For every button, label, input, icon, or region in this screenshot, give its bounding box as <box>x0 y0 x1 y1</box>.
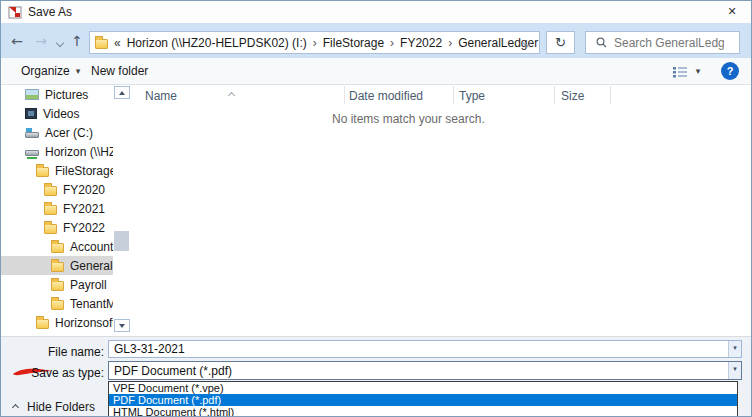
tree-item-acer-c[interactable]: Acer (C:) <box>1 123 113 142</box>
search-box[interactable] <box>585 31 740 54</box>
title-bar: Save As ✕ <box>1 1 751 23</box>
tree-scrollbar-thumb[interactable] <box>114 231 129 251</box>
file-name-box: ▾ <box>108 340 742 358</box>
tree-item-horizon[interactable]: Horizon (\\HZ20 <box>1 142 113 161</box>
help-button[interactable]: ? <box>721 62 739 80</box>
recent-locations-chevron-icon[interactable] <box>53 30 67 52</box>
hide-folders-label: Hide Folders <box>27 400 95 414</box>
tree-item-horizonsoftware[interactable]: Horizonsoftwa <box>1 313 113 332</box>
file-name-dropdown-icon[interactable]: ▾ <box>728 341 741 357</box>
tree-item-label: AccountsPa <box>70 240 113 254</box>
network-drive-icon <box>25 150 39 156</box>
tree-scroll-down-button[interactable] <box>114 319 130 332</box>
search-icon <box>596 37 607 48</box>
column-header-type[interactable]: Type <box>459 89 485 103</box>
save-as-type-combobox[interactable]: PDF Document (*.pdf) ▾ <box>108 361 742 380</box>
folder-icon <box>36 167 49 177</box>
tree-item-videos[interactable]: Videos <box>1 104 113 123</box>
sort-ascending-icon <box>229 87 234 101</box>
breadcrumb[interactable]: « Horizon (\\HZ20-HELPDSK02) (I:) › File… <box>89 31 540 54</box>
folder-icon <box>51 262 64 272</box>
option-html-document[interactable]: HTML Document (*.html) <box>109 406 737 417</box>
organize-label: Organize <box>21 64 70 78</box>
back-icon[interactable]: ← <box>7 30 27 52</box>
tree-item-label: FY2022 <box>63 221 105 235</box>
column-header-date-modified[interactable]: Date modified <box>349 89 423 103</box>
column-divider <box>610 86 611 104</box>
hide-folders-button[interactable]: Hide Folders <box>13 400 95 414</box>
column-divider <box>554 86 555 104</box>
save-as-type-value: PDF Document (*.pdf) <box>114 363 232 379</box>
tree-item-label: Videos <box>43 107 79 121</box>
breadcrumb-separator: › <box>390 36 394 50</box>
tree-item-label: FY2021 <box>63 202 105 216</box>
view-mode-chevron-icon[interactable]: ▾ <box>692 63 704 80</box>
folder-icon <box>44 224 57 234</box>
save-as-type-dropdown-icon[interactable]: ▾ <box>728 362 741 379</box>
tree-item-label: Acer (C:) <box>45 126 93 140</box>
save-as-type-label: Save as type: <box>1 366 104 380</box>
triangle-down-icon <box>119 324 125 328</box>
breadcrumb-segment-drive[interactable]: Horizon (\\HZ20-HELPDSK02) (I:) <box>127 36 307 50</box>
tree-item-label: FileStorage <box>55 164 113 178</box>
tree-item-pictures[interactable]: Pictures <box>1 85 113 104</box>
column-header-name[interactable]: Name <box>145 89 177 103</box>
chevron-up-icon <box>12 403 19 410</box>
tree-item-fy2022[interactable]: FY2022 <box>1 218 113 237</box>
refresh-icon[interactable]: ↻ <box>546 31 575 54</box>
chevron-down-icon <box>56 39 64 47</box>
tree-item-filestorage[interactable]: FileStorage <box>1 161 113 180</box>
triangle-up-icon <box>119 91 125 95</box>
column-header-size[interactable]: Size <box>561 89 584 103</box>
app-icon <box>8 5 22 19</box>
column-divider <box>344 86 345 104</box>
search-input[interactable] <box>614 36 724 50</box>
folder-icon <box>51 300 64 310</box>
breadcrumb-separator: › <box>313 36 317 50</box>
tree-item-label: Payroll <box>70 278 107 292</box>
tree-item-label: Horizon (\\HZ20 <box>45 145 113 159</box>
column-divider <box>453 86 454 104</box>
tree-item-payroll[interactable]: Payroll <box>1 275 113 294</box>
folder-icon <box>36 319 49 329</box>
window-title: Save As <box>28 5 72 19</box>
option-pdf-document[interactable]: PDF Document (*.pdf) <box>109 394 737 406</box>
forward-icon: → <box>31 30 51 52</box>
tree-item-tenantmanagement[interactable]: TenantMana <box>1 294 113 313</box>
breadcrumb-overflow[interactable]: « <box>114 36 121 50</box>
tree-item-label: Pictures <box>45 88 88 102</box>
tree-item-label: TenantMana <box>70 297 113 311</box>
tree-item-fy2021[interactable]: FY2021 <box>1 199 113 218</box>
folder-tree: Pictures Videos Acer (C:) Horizon (\\HZ2… <box>1 85 113 332</box>
file-name-label: File name: <box>1 345 104 359</box>
chevron-down-icon: ▾ <box>76 66 81 76</box>
folder-icon <box>51 281 64 291</box>
new-folder-button[interactable]: New folder <box>91 58 148 84</box>
folder-icon <box>44 186 57 196</box>
details-view-icon <box>673 66 687 78</box>
tree-item-accountspayable[interactable]: AccountsPa <box>1 237 113 256</box>
option-vpe-document[interactable]: VPE Document (*.vpe) <box>109 382 737 394</box>
tree-item-fy2020[interactable]: FY2020 <box>1 180 113 199</box>
up-icon[interactable]: ↑ <box>67 30 87 52</box>
toolbar: Organize ▾ New folder ▾ ? <box>1 58 751 85</box>
tree-item-label: Horizonsoftwa <box>55 316 113 330</box>
organize-button[interactable]: Organize ▾ <box>21 58 80 84</box>
tree-item-label: FY2020 <box>63 183 105 197</box>
breadcrumb-segment-filestorage[interactable]: FileStorage <box>323 36 384 50</box>
breadcrumb-separator: › <box>448 36 452 50</box>
empty-list-message: No items match your search. <box>332 112 485 126</box>
save-as-dialog: Save As ✕ ← → ↑ « Horizon (\\HZ20-HELPDS… <box>0 0 752 417</box>
close-icon[interactable]: ✕ <box>721 4 743 20</box>
tree-scroll-up-button[interactable] <box>114 86 130 99</box>
folder-icon <box>95 39 108 49</box>
pictures-icon <box>25 89 39 100</box>
save-as-type-option-list: VPE Document (*.vpe) PDF Document (*.pdf… <box>108 381 738 417</box>
new-folder-label: New folder <box>91 64 148 78</box>
breadcrumb-segment-fy2022[interactable]: FY2022 <box>400 36 442 50</box>
folder-icon <box>44 205 57 215</box>
view-mode-button[interactable] <box>669 63 691 80</box>
drive-icon <box>25 132 39 138</box>
tree-item-generalledger-selected[interactable]: GeneralLedg <box>1 256 113 275</box>
file-name-input[interactable] <box>109 341 728 357</box>
